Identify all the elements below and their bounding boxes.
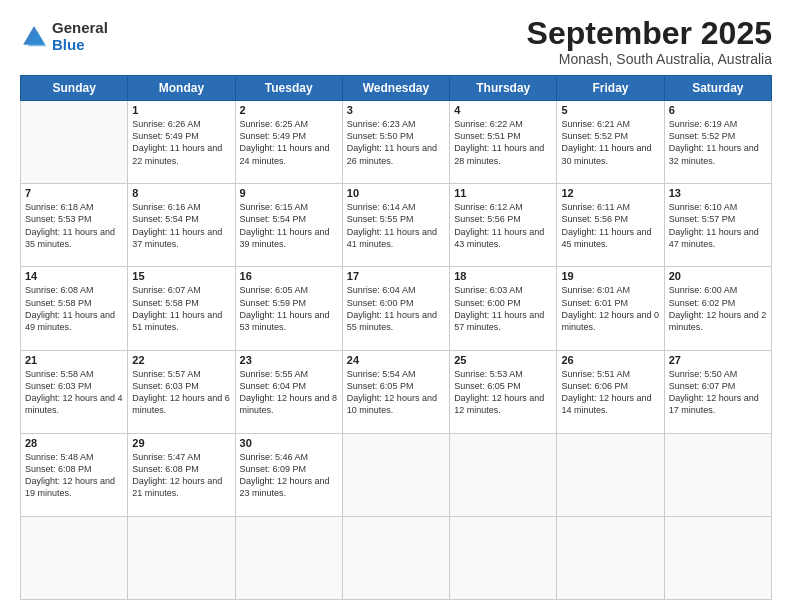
table-row: 6Sunrise: 6:19 AMSunset: 5:52 PMDaylight…: [664, 101, 771, 184]
table-row: 28Sunrise: 5:48 AMSunset: 6:08 PMDayligh…: [21, 433, 128, 516]
calendar-row: 28Sunrise: 5:48 AMSunset: 6:08 PMDayligh…: [21, 433, 772, 516]
table-row: 11Sunrise: 6:12 AMSunset: 5:56 PMDayligh…: [450, 184, 557, 267]
header-thursday: Thursday: [450, 76, 557, 101]
table-row: 16Sunrise: 6:05 AMSunset: 5:59 PMDayligh…: [235, 267, 342, 350]
day-number: 3: [347, 104, 445, 116]
calendar-row: 7Sunrise: 6:18 AMSunset: 5:53 PMDaylight…: [21, 184, 772, 267]
table-row: 25Sunrise: 5:53 AMSunset: 6:05 PMDayligh…: [450, 350, 557, 433]
table-row: [342, 516, 449, 599]
weekday-header-row: Sunday Monday Tuesday Wednesday Thursday…: [21, 76, 772, 101]
table-row: 4Sunrise: 6:22 AMSunset: 5:51 PMDaylight…: [450, 101, 557, 184]
header-friday: Friday: [557, 76, 664, 101]
day-number: 8: [132, 187, 230, 199]
table-row: [450, 516, 557, 599]
day-number: 28: [25, 437, 123, 449]
logo-text: General Blue: [52, 20, 108, 53]
table-row: 2Sunrise: 6:25 AMSunset: 5:49 PMDaylight…: [235, 101, 342, 184]
title-block: September 2025 Monash, South Australia, …: [527, 16, 772, 67]
day-info: Sunrise: 6:25 AMSunset: 5:49 PMDaylight:…: [240, 118, 338, 167]
day-number: 16: [240, 270, 338, 282]
calendar-row: 21Sunrise: 5:58 AMSunset: 6:03 PMDayligh…: [21, 350, 772, 433]
header-wednesday: Wednesday: [342, 76, 449, 101]
table-row: [557, 516, 664, 599]
table-row: 8Sunrise: 6:16 AMSunset: 5:54 PMDaylight…: [128, 184, 235, 267]
day-number: 11: [454, 187, 552, 199]
day-info: Sunrise: 6:04 AMSunset: 6:00 PMDaylight:…: [347, 284, 445, 333]
day-number: 7: [25, 187, 123, 199]
day-number: 18: [454, 270, 552, 282]
header: General Blue September 2025 Monash, Sout…: [20, 16, 772, 67]
day-info: Sunrise: 5:50 AMSunset: 6:07 PMDaylight:…: [669, 368, 767, 417]
day-info: Sunrise: 6:00 AMSunset: 6:02 PMDaylight:…: [669, 284, 767, 333]
day-number: 17: [347, 270, 445, 282]
day-number: 29: [132, 437, 230, 449]
day-info: Sunrise: 6:21 AMSunset: 5:52 PMDaylight:…: [561, 118, 659, 167]
day-number: 4: [454, 104, 552, 116]
table-row: [21, 101, 128, 184]
day-number: 22: [132, 354, 230, 366]
day-number: 2: [240, 104, 338, 116]
table-row: 3Sunrise: 6:23 AMSunset: 5:50 PMDaylight…: [342, 101, 449, 184]
month-title: September 2025: [527, 16, 772, 51]
day-info: Sunrise: 6:19 AMSunset: 5:52 PMDaylight:…: [669, 118, 767, 167]
logo-blue: Blue: [52, 37, 108, 54]
table-row: 29Sunrise: 5:47 AMSunset: 6:08 PMDayligh…: [128, 433, 235, 516]
table-row: 21Sunrise: 5:58 AMSunset: 6:03 PMDayligh…: [21, 350, 128, 433]
location-subtitle: Monash, South Australia, Australia: [527, 51, 772, 67]
day-info: Sunrise: 6:11 AMSunset: 5:56 PMDaylight:…: [561, 201, 659, 250]
table-row: [664, 433, 771, 516]
header-tuesday: Tuesday: [235, 76, 342, 101]
day-number: 1: [132, 104, 230, 116]
day-number: 5: [561, 104, 659, 116]
day-info: Sunrise: 6:15 AMSunset: 5:54 PMDaylight:…: [240, 201, 338, 250]
header-monday: Monday: [128, 76, 235, 101]
day-number: 9: [240, 187, 338, 199]
table-row: [557, 433, 664, 516]
table-row: 12Sunrise: 6:11 AMSunset: 5:56 PMDayligh…: [557, 184, 664, 267]
day-number: 14: [25, 270, 123, 282]
table-row: 27Sunrise: 5:50 AMSunset: 6:07 PMDayligh…: [664, 350, 771, 433]
day-info: Sunrise: 5:53 AMSunset: 6:05 PMDaylight:…: [454, 368, 552, 417]
day-number: 10: [347, 187, 445, 199]
table-row: [664, 516, 771, 599]
table-row: 9Sunrise: 6:15 AMSunset: 5:54 PMDaylight…: [235, 184, 342, 267]
calendar-row: 14Sunrise: 6:08 AMSunset: 5:58 PMDayligh…: [21, 267, 772, 350]
day-number: 6: [669, 104, 767, 116]
logo-icon: [20, 23, 48, 51]
day-info: Sunrise: 5:57 AMSunset: 6:03 PMDaylight:…: [132, 368, 230, 417]
day-info: Sunrise: 6:18 AMSunset: 5:53 PMDaylight:…: [25, 201, 123, 250]
table-row: 14Sunrise: 6:08 AMSunset: 5:58 PMDayligh…: [21, 267, 128, 350]
day-number: 26: [561, 354, 659, 366]
day-info: Sunrise: 5:58 AMSunset: 6:03 PMDaylight:…: [25, 368, 123, 417]
day-info: Sunrise: 6:08 AMSunset: 5:58 PMDaylight:…: [25, 284, 123, 333]
header-sunday: Sunday: [21, 76, 128, 101]
day-info: Sunrise: 5:55 AMSunset: 6:04 PMDaylight:…: [240, 368, 338, 417]
table-row: 24Sunrise: 5:54 AMSunset: 6:05 PMDayligh…: [342, 350, 449, 433]
table-row: [235, 516, 342, 599]
day-info: Sunrise: 6:26 AMSunset: 5:49 PMDaylight:…: [132, 118, 230, 167]
calendar-row: 1Sunrise: 6:26 AMSunset: 5:49 PMDaylight…: [21, 101, 772, 184]
day-info: Sunrise: 6:03 AMSunset: 6:00 PMDaylight:…: [454, 284, 552, 333]
table-row: 20Sunrise: 6:00 AMSunset: 6:02 PMDayligh…: [664, 267, 771, 350]
day-info: Sunrise: 6:01 AMSunset: 6:01 PMDaylight:…: [561, 284, 659, 333]
day-number: 20: [669, 270, 767, 282]
page: General Blue September 2025 Monash, Sout…: [0, 0, 792, 612]
day-info: Sunrise: 6:05 AMSunset: 5:59 PMDaylight:…: [240, 284, 338, 333]
day-info: Sunrise: 5:46 AMSunset: 6:09 PMDaylight:…: [240, 451, 338, 500]
table-row: 30Sunrise: 5:46 AMSunset: 6:09 PMDayligh…: [235, 433, 342, 516]
table-row: 10Sunrise: 6:14 AMSunset: 5:55 PMDayligh…: [342, 184, 449, 267]
day-number: 13: [669, 187, 767, 199]
day-number: 23: [240, 354, 338, 366]
day-info: Sunrise: 6:12 AMSunset: 5:56 PMDaylight:…: [454, 201, 552, 250]
calendar-table: Sunday Monday Tuesday Wednesday Thursday…: [20, 75, 772, 600]
day-info: Sunrise: 5:51 AMSunset: 6:06 PMDaylight:…: [561, 368, 659, 417]
day-number: 25: [454, 354, 552, 366]
table-row: [21, 516, 128, 599]
day-number: 15: [132, 270, 230, 282]
table-row: 22Sunrise: 5:57 AMSunset: 6:03 PMDayligh…: [128, 350, 235, 433]
table-row: 18Sunrise: 6:03 AMSunset: 6:00 PMDayligh…: [450, 267, 557, 350]
day-info: Sunrise: 6:14 AMSunset: 5:55 PMDaylight:…: [347, 201, 445, 250]
day-info: Sunrise: 5:48 AMSunset: 6:08 PMDaylight:…: [25, 451, 123, 500]
day-number: 12: [561, 187, 659, 199]
table-row: 13Sunrise: 6:10 AMSunset: 5:57 PMDayligh…: [664, 184, 771, 267]
